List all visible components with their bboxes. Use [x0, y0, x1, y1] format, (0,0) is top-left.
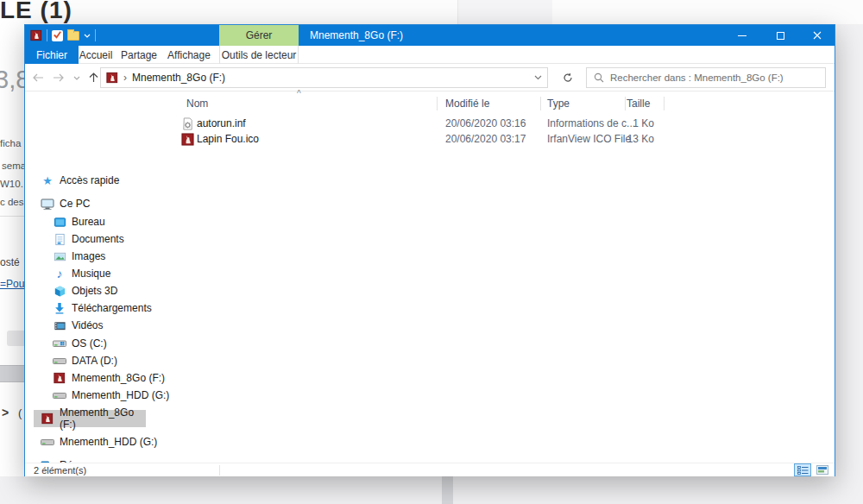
- caption-buttons: [722, 25, 835, 46]
- back-icon[interactable]: [32, 73, 44, 82]
- search-icon: [594, 72, 604, 83]
- computer-icon: [41, 197, 54, 211]
- content-area: ★ Accès rapide Ce PC Bureau: [25, 91, 835, 463]
- ribbon-tab-row: Fichier Accueil Partage Affichage Outils…: [25, 46, 835, 64]
- background-text-fragment: c des: [0, 197, 24, 207]
- up-icon[interactable]: [89, 72, 98, 83]
- contextual-tab-manage[interactable]: Gérer: [219, 25, 299, 46]
- tab-affichage[interactable]: Affichage: [163, 46, 215, 64]
- toolbar-dropdown-icon[interactable]: [84, 34, 91, 38]
- explorer-window: Gérer Mnementh_8Go (F:) Fichier Accueil …: [24, 24, 835, 476]
- tab-partage[interactable]: Partage: [117, 46, 161, 64]
- file-modified: 20/06/2020 03:17: [445, 133, 526, 145]
- column-separator[interactable]: [437, 97, 438, 110]
- column-header-type[interactable]: Type: [547, 94, 570, 113]
- column-header-nom[interactable]: Nom: [186, 94, 208, 113]
- background-heading-fragment: LE (1): [0, 0, 72, 24]
- column-separator[interactable]: [664, 97, 665, 110]
- address-dropdown-icon[interactable]: [534, 75, 542, 80]
- sidebar-item-label: Musique: [72, 268, 110, 280]
- images-icon: [53, 249, 66, 263]
- rabbit-drive-icon: [53, 371, 66, 385]
- properties-check-icon[interactable]: [52, 30, 63, 41]
- toolbar-separator: [95, 29, 96, 41]
- file-modified: 20/06/2020 03:16: [445, 117, 526, 129]
- column-header-modifie-le[interactable]: Modifié le: [445, 94, 489, 113]
- file-name: Lapin Fou.ico: [197, 133, 259, 145]
- background-link-fragment[interactable]: =Pou: [0, 278, 24, 290]
- tab-fichier[interactable]: Fichier: [25, 46, 79, 64]
- column-header-taille[interactable]: Taille: [627, 94, 650, 113]
- sidebar-item-mnementh-hdd-2[interactable]: Mnementh_HDD (G:): [41, 433, 176, 450]
- recent-locations-icon[interactable]: [73, 76, 80, 80]
- status-separator: [219, 465, 220, 476]
- sidebar-item-images[interactable]: Images: [53, 248, 188, 265]
- background-paren-fragment: (: [18, 406, 22, 419]
- maximize-button[interactable]: [761, 25, 800, 46]
- file-size: 13 Ko: [601, 133, 654, 145]
- forward-icon[interactable]: [53, 73, 65, 82]
- sidebar-item-label: Mnementh_HDD (G:): [72, 389, 169, 401]
- sidebar-item-data-d[interactable]: DATA (D:): [53, 352, 188, 369]
- refresh-button[interactable]: [557, 67, 579, 88]
- search-input[interactable]: [610, 72, 818, 83]
- new-folder-icon[interactable]: [67, 31, 79, 41]
- windows-drive-icon: [53, 337, 66, 350]
- download-icon: [53, 301, 66, 315]
- large-icons-view-button[interactable]: [814, 463, 831, 476]
- sidebar-item-label: Mnementh_8Go (F:): [72, 372, 165, 384]
- sidebar-item-label: Mnementh_8Go (F:): [60, 406, 146, 431]
- background-page-bottom: [0, 476, 863, 504]
- minimize-button[interactable]: [722, 25, 761, 46]
- screen: LE (1) 3,8 ficha sema W10. c des osté =P…: [0, 0, 863, 504]
- sidebar-item-telechargements[interactable]: Téléchargements: [53, 299, 188, 317]
- music-icon: ♪: [53, 267, 66, 280]
- location-rabbit-icon: [106, 72, 118, 84]
- background-divider: [0, 216, 24, 217]
- refresh-icon: [563, 72, 573, 83]
- details-view-icon: [797, 466, 809, 475]
- sidebar-item-mnementh-8go-selected[interactable]: Mnementh_8Go (F:): [34, 410, 146, 427]
- star-icon: ★: [41, 173, 54, 187]
- background-page-top: [0, 0, 863, 24]
- breadcrumb-location[interactable]: Mnementh_8Go (F:): [132, 72, 225, 84]
- column-separator[interactable]: [625, 97, 626, 110]
- sidebar-item-os-c[interactable]: OS (C:): [53, 335, 188, 352]
- address-bar-row: › Mnementh_8Go (F:): [25, 64, 835, 91]
- item-count: 2 élément(s): [25, 465, 86, 476]
- details-view-button[interactable]: [794, 463, 811, 476]
- sidebar-item-label: Ce PC: [60, 198, 90, 210]
- sidebar-item-ce-pc[interactable]: Ce PC: [41, 195, 176, 212]
- column-separator[interactable]: [540, 97, 541, 110]
- breadcrumb-separator: ›: [123, 72, 127, 84]
- view-toggle-buttons: [794, 463, 831, 476]
- sidebar-item-label: Vidéos: [72, 319, 103, 331]
- tab-accueil[interactable]: Accueil: [73, 46, 118, 64]
- sidebar-item-musique[interactable]: ♪ Musique: [53, 265, 188, 282]
- sidebar-item-bureau[interactable]: Bureau: [53, 213, 188, 230]
- sidebar-item-objets-3d[interactable]: Objets 3D: [53, 282, 188, 299]
- sidebar-item-acces-rapide[interactable]: ★ Accès rapide: [41, 172, 176, 189]
- sidebar-item-mnementh-8go[interactable]: Mnementh_8Go (F:): [53, 369, 188, 387]
- toolbar-separator: [47, 29, 47, 41]
- sidebar-item-documents[interactable]: Documents: [53, 230, 188, 248]
- app-rabbit-icon: [30, 29, 42, 41]
- window-title: Mnementh_8Go (F:): [310, 25, 403, 46]
- title-bar: Gérer Mnementh_8Go (F:): [25, 25, 835, 46]
- sidebar-item-label: Documents: [72, 233, 124, 245]
- file-row-lapin-fou[interactable]: Lapin Fou.ico 20/06/2020 03:17 IrfanView…: [169, 131, 687, 147]
- file-row-autorun[interactable]: autorun.inf 20/06/2020 03:16 Information…: [169, 116, 687, 131]
- sidebar-item-mnementh-hdd[interactable]: Mnementh_HDD (G:): [53, 387, 188, 404]
- tab-outils-de-lecteur[interactable]: Outils de lecteur: [219, 46, 299, 64]
- sidebar-item-label: Accès rapide: [60, 174, 119, 186]
- drive-icon: [41, 435, 54, 449]
- sidebar-item-videos[interactable]: Vidéos: [53, 317, 188, 334]
- sidebar-item-label: Objets 3D: [72, 285, 117, 297]
- address-bar[interactable]: › Mnementh_8Go (F:): [100, 67, 548, 88]
- rabbit-ico-file-icon: [181, 133, 194, 146]
- background-chevron-fragment: >: [2, 406, 9, 419]
- background-text-fragment: sema: [2, 161, 26, 171]
- search-box[interactable]: [586, 67, 826, 88]
- large-icons-view-icon: [816, 465, 828, 475]
- close-button[interactable]: [800, 25, 835, 46]
